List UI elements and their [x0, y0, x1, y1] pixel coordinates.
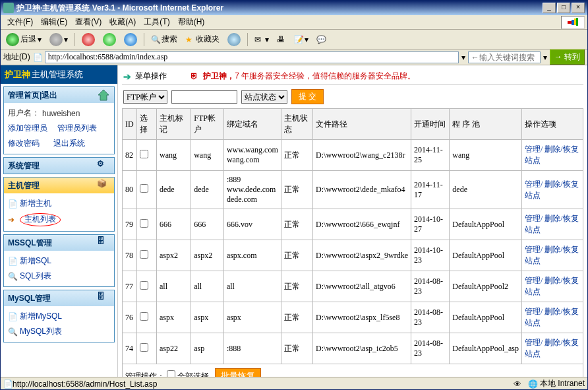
- menu-view[interactable]: 查看(V): [71, 15, 105, 29]
- row-checkbox[interactable]: [140, 184, 148, 193]
- edit-icon: 📝: [294, 35, 303, 44]
- new-sql-link[interactable]: 新增SQL: [20, 255, 51, 267]
- account-input[interactable]: [171, 90, 237, 104]
- close-button[interactable]: ×: [572, 3, 585, 13]
- nav-home-link[interactable]: 管理首页: [8, 90, 40, 101]
- select-all-label: 全部选择: [177, 372, 209, 377]
- mssql-panel-head[interactable]: MSSQL管理🗄: [4, 235, 114, 251]
- menu-file[interactable]: 文件(F): [3, 15, 37, 29]
- change-password-link[interactable]: 修改密码: [8, 138, 40, 149]
- account-select[interactable]: FTP帐户: [123, 90, 167, 104]
- minimize-button[interactable]: _: [543, 3, 556, 13]
- favorites-button[interactable]: ★收藏夹: [183, 32, 222, 46]
- cell-tag: all: [157, 271, 191, 302]
- nav-panel-head: 管理首页 | 退出: [4, 87, 114, 103]
- new-host-link[interactable]: 新增主机: [20, 198, 51, 209]
- star-icon: ★: [185, 35, 194, 44]
- cell-ops[interactable]: 管理/ 删除/恢复站点: [522, 209, 583, 240]
- cell-id: 74: [123, 333, 137, 364]
- add-admin-link[interactable]: 添加管理员: [8, 123, 47, 134]
- batch-restore-button[interactable]: 批量恢复: [215, 368, 261, 377]
- submit-button[interactable]: 提 交: [291, 89, 324, 104]
- url-dropdown-icon[interactable]: ▾: [461, 53, 465, 62]
- cell-open: 2014-08-23: [411, 333, 450, 364]
- gear-icon: ⚙: [97, 159, 110, 172]
- system-panel-head[interactable]: 系统管理⚙: [4, 158, 114, 174]
- search-dropdown-icon[interactable]: ▾: [543, 53, 547, 62]
- cell-status: 正常: [281, 333, 312, 364]
- sidebar: 护卫神 主机管理系统 管理首页 | 退出 用户名：huweishen 添加管理员…: [1, 65, 118, 377]
- cell-ftp: 666: [191, 209, 224, 240]
- nav-logout-link[interactable]: 退出: [42, 90, 57, 101]
- new-host-icon: 📄: [8, 199, 17, 209]
- go-button[interactable]: → 转到: [550, 49, 585, 65]
- row-checkbox[interactable]: [140, 250, 148, 259]
- discuss-button[interactable]: 💬: [314, 34, 328, 46]
- cell-id: 82: [123, 140, 137, 171]
- stop-icon: [82, 33, 95, 46]
- cell-open: 2014-10-27: [411, 209, 450, 240]
- window-title: 护卫神·主机管理系统 Ver3.1 - Microsoft Internet E…: [16, 3, 543, 14]
- cell-ops[interactable]: 管理/ 删除/恢复站点: [522, 171, 583, 209]
- cell-open: 2014-11-25: [411, 140, 450, 171]
- select-all-checkbox[interactable]: [167, 370, 175, 377]
- history-button[interactable]: [225, 32, 243, 48]
- cell-status: 正常: [281, 240, 312, 271]
- cell-ops[interactable]: 管理/ 删除/恢复站点: [522, 271, 583, 302]
- home-button[interactable]: [121, 32, 140, 48]
- maximize-button[interactable]: □: [557, 3, 570, 13]
- edit-button[interactable]: 📝▾: [291, 34, 311, 46]
- cell-ops[interactable]: 管理/ 删除/恢复站点: [522, 302, 583, 333]
- search-button[interactable]: 🔍搜索: [148, 32, 180, 46]
- mysql-panel-head[interactable]: MySQL管理🗄: [4, 290, 114, 306]
- url-input[interactable]: [45, 51, 459, 63]
- toolbar: 后退 ▾ ▾ 🔍搜索 ★收藏夹 ✉▾ 🖶 📝▾ 💬: [1, 30, 587, 49]
- ie-logo-icon: [561, 16, 585, 29]
- logout-system-link[interactable]: 退出系统: [53, 138, 85, 149]
- menu-edit[interactable]: 编辑(E): [37, 15, 71, 29]
- stop-button[interactable]: [79, 32, 98, 48]
- batch-label: 管理操作：: [125, 372, 165, 377]
- table-row: 76aspxaspxaspx正常D:\wwwroot2\aspx_lf5se82…: [123, 302, 583, 333]
- sql-list-link[interactable]: SQL列表: [20, 271, 51, 282]
- back-icon: [6, 33, 19, 46]
- cell-path: D:\wwwroot2\all_atgvo6: [313, 271, 411, 302]
- host-panel-head[interactable]: 主机管理📦: [4, 178, 114, 193]
- cell-ops[interactable]: 管理/ 删除/恢复站点: [522, 333, 583, 364]
- menu-help[interactable]: 帮助(H): [174, 15, 209, 29]
- cell-domain: aspx: [223, 302, 281, 333]
- status-select[interactable]: 站点状态: [241, 90, 287, 104]
- refresh-button[interactable]: [100, 32, 119, 48]
- mail-button[interactable]: ✉▾: [252, 34, 272, 46]
- menu-favorites[interactable]: 收藏(A): [105, 15, 140, 29]
- row-checkbox[interactable]: [140, 219, 148, 228]
- back-button[interactable]: 后退 ▾: [3, 32, 44, 48]
- print-button[interactable]: 🖶: [274, 34, 289, 46]
- cell-path: D:\wwwroot2\666_ewqjnf: [313, 209, 411, 240]
- row-checkbox[interactable]: [140, 312, 148, 321]
- cell-pool: DefaultAppPool2: [450, 271, 522, 302]
- cube-icon: 📦: [97, 179, 110, 192]
- menu-tools[interactable]: 工具(T): [140, 15, 173, 29]
- mysql-list-link[interactable]: MySQL列表: [20, 326, 62, 337]
- cell-ops[interactable]: 管理/ 删除/恢复站点: [522, 140, 583, 171]
- keyword-search-input[interactable]: [468, 51, 541, 63]
- new-sql-icon: 📄: [8, 257, 17, 266]
- admin-list-link[interactable]: 管理员列表: [57, 123, 97, 134]
- history-icon: [227, 33, 241, 46]
- row-checkbox[interactable]: [140, 281, 148, 290]
- table-row: 77allallall正常D:\wwwroot2\all_atgvo62014-…: [123, 271, 583, 302]
- cell-status: 正常: [281, 302, 312, 333]
- host-list-link[interactable]: 主机列表: [20, 213, 61, 226]
- th-domain: 绑定域名: [223, 109, 281, 140]
- breadcrumb: ➔ 菜单操作 ⛨ 护卫神，7 年服务器安全经验，值得信赖的服务器安全品牌。: [122, 68, 583, 85]
- forward-button[interactable]: ▾: [47, 32, 71, 48]
- row-checkbox[interactable]: [140, 343, 148, 352]
- filter-bar: FTP帐户 站点状态 提 交: [122, 85, 583, 108]
- home-icon: [124, 33, 137, 46]
- table-row: 82wangwangwww.wang.comwang.com正常D:\wwwro…: [123, 140, 583, 171]
- new-mysql-link[interactable]: 新增MySQL: [20, 311, 62, 322]
- mail-icon: ✉: [254, 35, 264, 44]
- row-checkbox[interactable]: [140, 150, 148, 158]
- cell-ops[interactable]: 管理/ 删除/恢复站点: [522, 240, 583, 271]
